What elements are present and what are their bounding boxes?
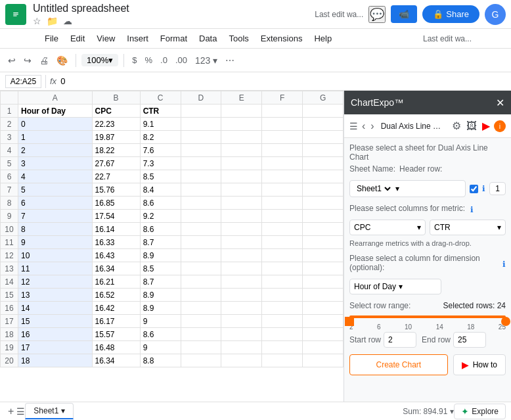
cell-c1[interactable]: CTR	[140, 105, 181, 118]
cell-g20[interactable]	[303, 354, 344, 367]
cell-g15[interactable]	[303, 289, 344, 302]
menu-file[interactable]: File	[39, 31, 64, 46]
cell-g19[interactable]	[303, 341, 344, 354]
cell-e19[interactable]	[221, 341, 262, 354]
cell-a15[interactable]: 13	[18, 289, 93, 302]
cell-e2[interactable]	[221, 118, 262, 131]
doc-title[interactable]: Untitled spreadsheet	[33, 3, 315, 14]
menu-data[interactable]: Data	[194, 31, 222, 46]
create-chart-button[interactable]: Create Chart	[349, 354, 448, 375]
cell-a12[interactable]: 10	[18, 249, 93, 262]
cell-b19[interactable]: 16.48	[92, 341, 140, 354]
cell-b14[interactable]: 16.21	[92, 275, 140, 289]
paint-format-button[interactable]: 🎨	[54, 53, 70, 68]
star-icon[interactable]: ☆	[33, 16, 41, 26]
cell-d11[interactable]	[181, 236, 221, 249]
cell-f12[interactable]	[262, 249, 303, 262]
cell-d8[interactable]	[181, 197, 221, 210]
cell-b18[interactable]: 15.57	[92, 328, 140, 341]
cell-e20[interactable]	[221, 354, 262, 367]
cell-f8[interactable]	[262, 197, 303, 210]
sheet-list-button[interactable]: ☰	[16, 406, 25, 417]
cell-a20[interactable]: 18	[18, 354, 93, 367]
cell-c3[interactable]: 8.2	[140, 131, 181, 144]
share-button[interactable]: 🔒 Share	[422, 5, 479, 23]
cell-c20[interactable]: 8.8	[140, 354, 181, 367]
cell-d15[interactable]	[181, 289, 221, 302]
cell-c7[interactable]: 8.4	[140, 183, 181, 197]
cell-d17[interactable]	[181, 315, 221, 328]
cloud-icon[interactable]: ☁	[63, 16, 72, 26]
cell-g5[interactable]	[303, 157, 344, 170]
cell-c8[interactable]: 8.6	[140, 197, 181, 210]
menu-help[interactable]: Help	[309, 31, 337, 46]
cell-a8[interactable]: 6	[18, 197, 93, 210]
cell-f14[interactable]	[262, 275, 303, 289]
cell-c16[interactable]: 8.9	[140, 302, 181, 315]
col-header-c[interactable]: C	[140, 91, 181, 105]
cell-a9[interactable]: 7	[18, 210, 93, 223]
cell-g7[interactable]	[303, 183, 344, 197]
cell-e10[interactable]	[221, 223, 262, 236]
cell-e14[interactable]	[221, 275, 262, 289]
cell-c4[interactable]: 7.6	[140, 144, 181, 157]
cell-f11[interactable]	[262, 236, 303, 249]
cell-d19[interactable]	[181, 341, 221, 354]
panel-menu-button[interactable]: ☰	[349, 121, 358, 131]
cell-c13[interactable]: 8.5	[140, 262, 181, 275]
cell-f17[interactable]	[262, 315, 303, 328]
cell-c2[interactable]: 9.1	[140, 118, 181, 131]
cell-c17[interactable]: 9	[140, 315, 181, 328]
metric-info-icon[interactable]: ℹ	[470, 205, 474, 214]
cell-g2[interactable]	[303, 118, 344, 131]
header-row-info-icon[interactable]: ℹ	[482, 184, 485, 193]
cell-g12[interactable]	[303, 249, 344, 262]
cell-e3[interactable]	[221, 131, 262, 144]
cell-b13[interactable]: 16.34	[92, 262, 140, 275]
cell-d6[interactable]	[181, 170, 221, 183]
panel-forward-button[interactable]: ›	[369, 119, 375, 133]
sheet-select[interactable]: Sheet1	[354, 183, 393, 194]
cell-e5[interactable]	[221, 157, 262, 170]
cell-f4[interactable]	[262, 144, 303, 157]
cell-e17[interactable]	[221, 315, 262, 328]
cell-g9[interactable]	[303, 210, 344, 223]
cell-b15[interactable]: 16.52	[92, 289, 140, 302]
menu-tools[interactable]: Tools	[223, 31, 254, 46]
zoom-control[interactable]: 100% ▾	[81, 54, 118, 66]
cell-e18[interactable]	[221, 328, 262, 341]
metric2-dropdown[interactable]: CTR ▾	[430, 220, 506, 235]
cell-g17[interactable]	[303, 315, 344, 328]
cell-b20[interactable]: 16.34	[92, 354, 140, 367]
cell-e11[interactable]	[221, 236, 262, 249]
cell-c10[interactable]: 8.6	[140, 223, 181, 236]
col-header-a[interactable]: A	[18, 91, 93, 105]
cell-g18[interactable]	[303, 328, 344, 341]
cell-d16[interactable]	[181, 302, 221, 315]
cell-b7[interactable]: 15.76	[92, 183, 140, 197]
cell-e8[interactable]	[221, 197, 262, 210]
menu-view[interactable]: View	[91, 31, 120, 46]
cell-f1[interactable]	[262, 105, 303, 118]
cell-f3[interactable]	[262, 131, 303, 144]
cell-d9[interactable]	[181, 210, 221, 223]
cell-e6[interactable]	[221, 170, 262, 183]
menu-insert[interactable]: Insert	[122, 31, 154, 46]
cell-d1[interactable]	[181, 105, 221, 118]
menu-format[interactable]: Format	[155, 31, 192, 46]
info-icon-button[interactable]: i	[494, 120, 506, 132]
cell-a7[interactable]: 5	[18, 183, 93, 197]
cell-e15[interactable]	[221, 289, 262, 302]
undo-button[interactable]: ↩	[5, 53, 18, 68]
cell-b10[interactable]: 16.14	[92, 223, 140, 236]
cell-a19[interactable]: 17	[18, 341, 93, 354]
cell-b11[interactable]: 16.33	[92, 236, 140, 249]
cell-d3[interactable]	[181, 131, 221, 144]
cell-e1[interactable]	[221, 105, 262, 118]
col-header-f[interactable]: F	[262, 91, 303, 105]
cell-c14[interactable]: 8.7	[140, 275, 181, 289]
cell-a5[interactable]: 3	[18, 157, 93, 170]
cell-g14[interactable]	[303, 275, 344, 289]
cell-b8[interactable]: 16.85	[92, 197, 140, 210]
more-formats-button[interactable]: 123 ▾	[192, 53, 220, 68]
